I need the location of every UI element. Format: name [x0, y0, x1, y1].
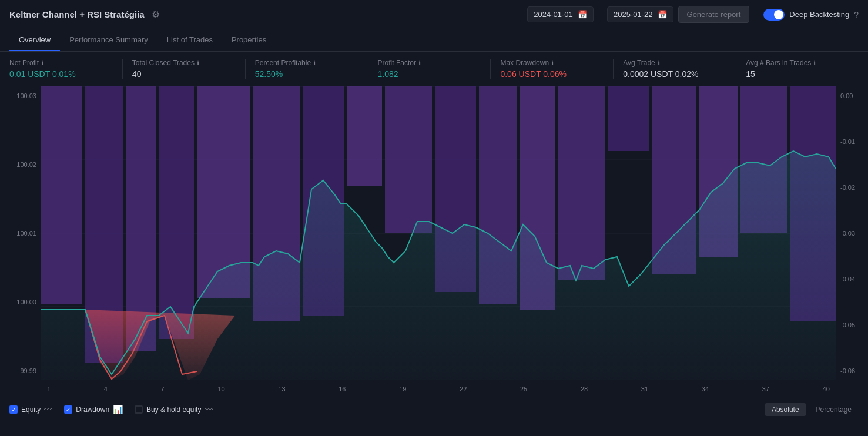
absolute-view-button[interactable]: Absolute — [765, 403, 806, 416]
equity-chart-icon: 〰 — [44, 405, 52, 414]
avg-bars-info-icon[interactable]: ℹ — [813, 59, 816, 67]
date-end-input[interactable]: 2025-01-22 📅 — [607, 6, 673, 22]
svg-rect-12 — [347, 86, 382, 186]
percent-profitable-label: Percent Profitable — [255, 59, 311, 67]
metric-max-drawdown: Max Drawdown ℹ 0.06 USDT 0.06% — [491, 59, 614, 79]
metric-total-closed-trades: Total Closed Trades ℹ 40 — [123, 59, 246, 79]
settings-icon[interactable]: ⚙ — [152, 9, 160, 20]
chart-area: 100.03 100.02 100.01 100.00 99.99 — [0, 86, 868, 398]
net-profit-value: 0.01 USDT — [9, 69, 50, 79]
tab-list-of-trades[interactable]: List of Trades — [157, 29, 222, 51]
deep-backtesting-label: Deep Backtesting — [789, 10, 849, 19]
svg-rect-17 — [558, 86, 605, 280]
metric-percent-profitable: Percent Profitable ℹ 52.50% — [246, 59, 368, 79]
percentage-view-button[interactable]: Percentage — [809, 403, 859, 416]
calendar-end-icon: 📅 — [658, 10, 667, 19]
date-start-input[interactable]: 2024-01-01 📅 — [527, 6, 594, 22]
calendar-start-icon: 📅 — [578, 10, 587, 19]
generate-report-button[interactable]: Generate report — [678, 6, 750, 23]
date-range: 2024-01-01 📅 – 2025-01-22 📅 Generate rep… — [527, 6, 859, 23]
profit-factor-info-icon[interactable]: ℹ — [418, 59, 421, 67]
total-closed-trades-info-icon[interactable]: ℹ — [197, 59, 199, 67]
drawdown-chart-icon: 📊 — [113, 405, 123, 414]
legend: Equity 〰 Drawdown 📊 Buy & hold equity 〰 … — [0, 398, 868, 421]
svg-rect-5 — [41, 86, 82, 304]
metric-profit-factor: Profit Factor ℹ 1.082 — [368, 59, 491, 79]
buy-hold-checkbox[interactable] — [135, 405, 143, 414]
max-drawdown-value: 0.06 USDT — [500, 69, 541, 79]
equity-checkbox[interactable] — [9, 405, 18, 414]
max-drawdown-label: Max Drawdown — [500, 59, 549, 67]
equity-label: Equity — [21, 405, 41, 414]
view-toggle: Absolute Percentage — [765, 403, 859, 416]
legend-equity[interactable]: Equity 〰 — [9, 405, 52, 414]
metric-net-profit: Net Profit ℹ 0.01 USDT 0.01% — [9, 59, 123, 79]
tab-overview[interactable]: Overview — [9, 29, 60, 51]
metric-avg-bars: Avg # Bars in Trades ℹ 15 — [736, 59, 859, 79]
avg-trade-info-icon[interactable]: ℹ — [658, 59, 660, 67]
percent-profitable-value: 52.50% — [255, 69, 283, 79]
buy-hold-label: Buy & hold equity — [146, 405, 201, 414]
max-drawdown-pct: 0.06% — [543, 69, 567, 79]
y-axis-left: 100.03 100.02 100.01 100.00 99.99 — [0, 86, 41, 380]
header: Keltner Channel + RSI Stratégiia ⚙ 2024-… — [0, 0, 868, 29]
legend-drawdown[interactable]: Drawdown 📊 — [64, 405, 123, 414]
profit-factor-value: 1.082 — [378, 69, 398, 79]
net-profit-label: Net Profit — [9, 59, 39, 67]
buy-hold-chart-icon: 〰 — [205, 405, 213, 414]
metric-avg-trade: Avg Trade ℹ 0.0002 USDT 0.02% — [614, 59, 736, 79]
date-separator: – — [598, 10, 602, 19]
page-title: Keltner Channel + RSI Stratégiia — [9, 9, 145, 19]
net-profit-pct: 0.01% — [52, 69, 76, 79]
date-start-value: 2024-01-01 — [534, 10, 573, 19]
tab-performance-summary[interactable]: Performance Summary — [60, 29, 157, 51]
avg-bars-label: Avg # Bars in Trades — [746, 59, 811, 67]
net-profit-info-icon[interactable]: ℹ — [41, 59, 43, 67]
tab-bar: Overview Performance Summary List of Tra… — [0, 29, 868, 52]
total-closed-trades-label: Total Closed Trades — [132, 59, 195, 67]
percent-profitable-info-icon[interactable]: ℹ — [313, 59, 316, 67]
profit-factor-label: Profit Factor — [378, 59, 416, 67]
avg-trade-label: Avg Trade — [623, 59, 655, 67]
x-axis: 1 4 7 10 13 16 19 22 25 28 31 34 37 40 — [41, 380, 836, 398]
max-drawdown-info-icon[interactable]: ℹ — [551, 59, 554, 67]
chart-canvas — [41, 86, 836, 380]
avg-trade-pct: 0.02% — [675, 69, 699, 79]
avg-bars-value: 15 — [746, 69, 755, 79]
svg-rect-18 — [608, 86, 649, 151]
svg-rect-13 — [385, 86, 432, 233]
total-closed-trades-value: 40 — [132, 69, 142, 79]
metrics-bar: Net Profit ℹ 0.01 USDT 0.01% Total Close… — [0, 52, 868, 86]
tab-properties[interactable]: Properties — [222, 29, 276, 51]
drawdown-checkbox[interactable] — [64, 405, 72, 414]
svg-rect-7 — [126, 86, 156, 351]
avg-trade-value: 0.0002 USDT — [623, 69, 673, 79]
legend-buy-hold[interactable]: Buy & hold equity 〰 — [135, 405, 213, 414]
deep-backtesting-toggle[interactable] — [763, 9, 785, 21]
drawdown-label: Drawdown — [76, 405, 109, 414]
svg-rect-8 — [159, 86, 194, 339]
date-end-value: 2025-01-22 — [614, 10, 653, 19]
help-icon[interactable]: ? — [854, 10, 859, 19]
deep-backtesting-container: Deep Backtesting ? — [763, 9, 859, 21]
y-axis-right: 0.00 -0.01 -0.02 -0.03 -0.04 -0.05 -0.06 — [836, 86, 868, 380]
